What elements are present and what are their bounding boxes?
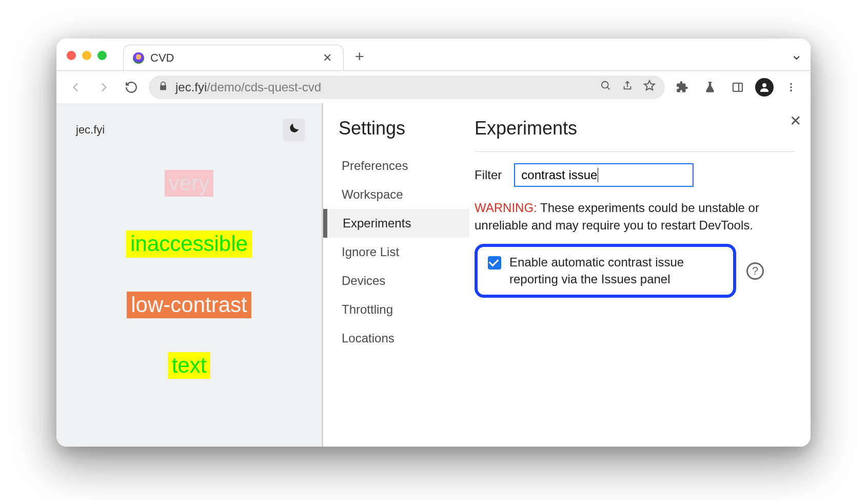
maximize-window-button[interactable] (97, 51, 107, 60)
kebab-menu-icon[interactable] (781, 77, 801, 98)
svg-point-3 (762, 83, 766, 87)
experiment-label: Enable automatic contrast issue reportin… (509, 254, 723, 287)
svg-point-5 (790, 86, 792, 88)
experiments-pane: ✕ Experiments Filter contrast issue WARN… (469, 103, 811, 447)
svg-point-6 (790, 89, 792, 91)
side-panel-icon[interactable] (727, 77, 748, 98)
extensions-icon[interactable] (672, 77, 693, 98)
pane-title: Experiments (475, 118, 795, 139)
moon-icon (288, 122, 300, 138)
demo-word-4: text (168, 352, 211, 379)
nav-experiments[interactable]: Experiments (323, 209, 469, 238)
svg-rect-1 (733, 83, 742, 91)
filter-input[interactable]: contrast issue (514, 163, 694, 187)
forward-button[interactable] (93, 77, 114, 98)
window-controls (67, 51, 107, 60)
profile-avatar[interactable] (755, 78, 774, 97)
experiment-checkbox[interactable] (488, 256, 501, 270)
tab-strip: CVD ✕ + ⌄ (56, 39, 811, 70)
tab-title: CVD (150, 51, 314, 65)
zoom-icon[interactable] (600, 80, 611, 94)
close-settings-button[interactable]: ✕ (790, 112, 801, 129)
warning-label: WARNING: (475, 201, 537, 215)
filter-label: Filter (475, 168, 502, 182)
lock-icon (158, 80, 168, 94)
nav-preferences[interactable]: Preferences (323, 151, 469, 180)
demo-word-1: very (165, 170, 213, 197)
divider (475, 151, 795, 152)
content-area: jec.fyi very inaccessible low-contrast t… (56, 103, 811, 447)
dark-mode-toggle[interactable] (283, 119, 305, 141)
back-button[interactable] (66, 77, 86, 98)
site-name: jec.fyi (76, 123, 105, 137)
nav-devices[interactable]: Devices (323, 266, 469, 295)
devtools-settings: Settings Preferences Workspace Experimen… (322, 103, 811, 447)
text-caret (598, 168, 598, 182)
demo-word-2: inaccessible (126, 230, 252, 257)
address-bar[interactable]: jec.fyi/demo/cds-quest-cvd (149, 75, 665, 99)
bookmark-star-icon[interactable] (643, 80, 656, 95)
close-window-button[interactable] (67, 51, 76, 60)
svg-point-4 (790, 83, 792, 85)
browser-toolbar: jec.fyi/demo/cds-quest-cvd (56, 70, 811, 103)
nav-throttling[interactable]: Throttling (323, 295, 469, 324)
minimize-window-button[interactable] (82, 51, 91, 60)
browser-tab[interactable]: CVD ✕ (123, 45, 344, 70)
nav-workspace[interactable]: Workspace (323, 180, 469, 209)
help-icon[interactable]: ? (746, 262, 764, 280)
browser-window: CVD ✕ + ⌄ jec.fyi/demo/cds-quest-cvd (56, 39, 811, 447)
new-tab-button[interactable]: + (355, 48, 364, 65)
labs-icon[interactable] (700, 77, 720, 98)
url-text: jec.fyi/demo/cds-quest-cvd (175, 80, 321, 94)
filter-input-value: contrast issue (521, 168, 597, 182)
tabs-overflow-button[interactable]: ⌄ (791, 46, 802, 63)
reload-button[interactable] (121, 77, 142, 98)
share-icon[interactable] (622, 80, 633, 94)
nav-ignore-list[interactable]: Ignore List (323, 238, 469, 266)
page-viewport: jec.fyi very inaccessible low-contrast t… (56, 103, 322, 447)
favicon-icon (133, 52, 144, 64)
demo-text-list: very inaccessible low-contrast text (126, 170, 252, 379)
settings-nav: Settings Preferences Workspace Experimen… (323, 103, 469, 447)
nav-locations[interactable]: Locations (323, 324, 469, 353)
svg-point-0 (602, 81, 608, 88)
filter-row: Filter contrast issue (475, 163, 795, 187)
warning-text: WARNING: These experiments could be unst… (475, 199, 762, 234)
experiment-item-highlighted: Enable automatic contrast issue reportin… (475, 244, 736, 298)
settings-title: Settings (339, 118, 469, 139)
close-tab-button[interactable]: ✕ (321, 51, 334, 65)
demo-word-3: low-contrast (127, 292, 251, 318)
